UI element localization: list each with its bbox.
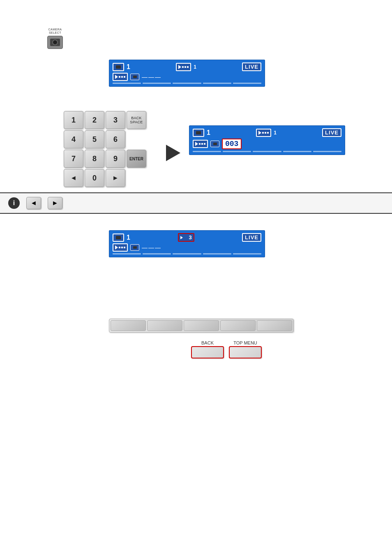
camera-icon-disp1 [113,63,124,71]
topmenu-btn-wrap: TOP MENU [229,340,262,358]
vcr-icon-right [256,129,271,137]
live-badge-mid: LIVE [242,233,261,242]
key-4[interactable]: 4 [64,130,83,148]
key-8[interactable]: 8 [85,150,104,168]
display-lines-mid [113,253,261,254]
vcr-icon-top [176,63,191,71]
camera-select-icon: CAMERA SELECT [47,28,63,49]
cam-icon-small-top [130,74,139,80]
key-0[interactable]: 0 [85,169,104,187]
vcr-num-top: 1 [194,64,196,70]
vcr-num-right: 1 [274,130,277,136]
camera-icon-inner [50,39,60,46]
key-2[interactable]: 2 [85,111,104,129]
back-topmenu-labels: BACK TOP MENU [191,340,262,358]
cam-icon-small-right [210,141,219,147]
display-mid: 1 3 LIVE ——— [109,230,265,257]
vcr-cam3-highlight: 3 [178,233,194,242]
key-5[interactable]: 5 [85,130,104,148]
vcr-num-mid: 3 [189,234,191,240]
back-topmenu-area: BACK TOP MENU [191,340,262,358]
key-6[interactable]: 6 [106,130,125,148]
info-icon: i [8,197,20,209]
dash-mid: ——— [142,244,161,251]
live-badge-right: LIVE [322,128,341,137]
channel-num-top: 1 [127,63,130,71]
func-btn-4[interactable] [220,320,256,331]
vcr-icon2-right [193,140,208,148]
topmenu-button[interactable] [229,346,262,358]
arrow-indicator [163,145,183,161]
display-lines-right [193,151,341,152]
key-backspace[interactable]: BACKSPACE [127,111,146,129]
dash-top: ——— [142,74,161,80]
channel-num-mid: 1 [127,234,130,241]
info-arrow-right[interactable]: ► [48,197,62,209]
func-btn-2[interactable] [147,320,182,331]
cam-icon-small-mid [130,244,139,251]
function-button-row [109,319,294,333]
func-btn-5[interactable] [257,320,292,331]
preset-num-right: 003 [222,139,242,149]
arrow-shape [166,145,180,161]
camera-icon-disp-right [193,129,204,137]
func-btn-3[interactable] [184,320,219,331]
display-right: 1 1 LIVE 003 [189,125,345,155]
back-button[interactable] [191,346,224,358]
key-left[interactable]: ◄ [64,169,83,187]
key-7[interactable]: 7 [64,150,83,168]
live-badge-top: LIVE [242,62,261,71]
camera-icon-disp-mid [113,234,124,242]
key-3[interactable]: 3 [106,111,125,129]
key-9[interactable]: 9 [106,150,125,168]
vcr-icon2-top [113,73,128,81]
info-bar: i ◄ ► [0,192,392,214]
info-arrow-left[interactable]: ◄ [26,197,41,209]
back-btn-wrap: BACK [191,340,224,358]
display-lines-top [113,83,261,84]
keypad: 1 2 3 BACKSPACE 4 5 6 7 8 9 ENTER ◄ 0 ► [64,111,146,187]
vcr-icon2-mid [113,243,128,252]
camera-icon-box [47,36,63,49]
back-label: BACK [201,340,214,345]
key-right[interactable]: ► [106,169,125,187]
camera-select-label: CAMERA SELECT [47,28,63,35]
channel-num-right: 1 [207,129,210,136]
key-1[interactable]: 1 [64,111,83,129]
display-top: 1 1 LIVE ——— [109,60,265,87]
topmenu-label: TOP MENU [233,340,257,345]
func-btn-1[interactable] [111,320,146,331]
key-enter[interactable]: ENTER [127,150,146,168]
